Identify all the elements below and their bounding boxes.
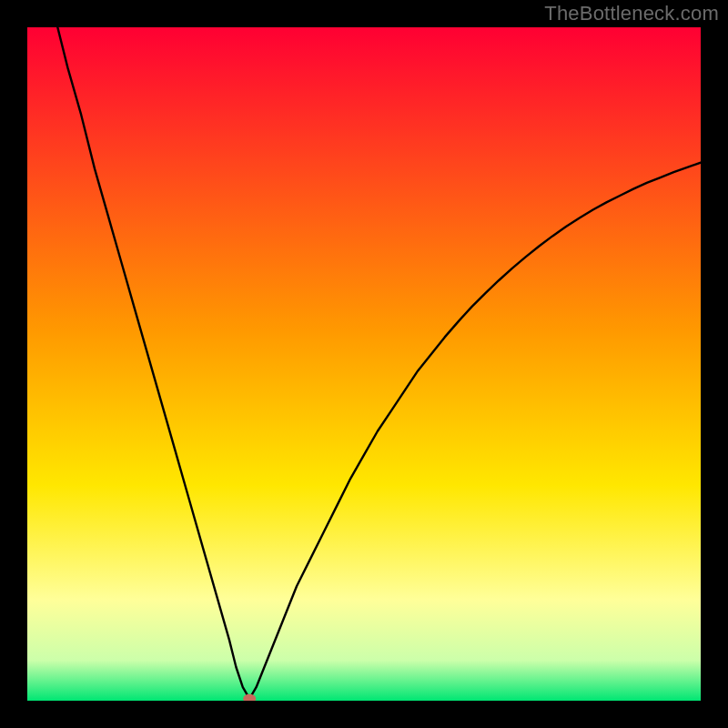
gradient-background bbox=[27, 27, 701, 701]
watermark-text: TheBottleneck.com bbox=[544, 2, 719, 25]
chart-frame: TheBottleneck.com bbox=[0, 0, 728, 728]
chart-plot-area bbox=[27, 27, 701, 701]
chart-svg bbox=[27, 27, 701, 701]
